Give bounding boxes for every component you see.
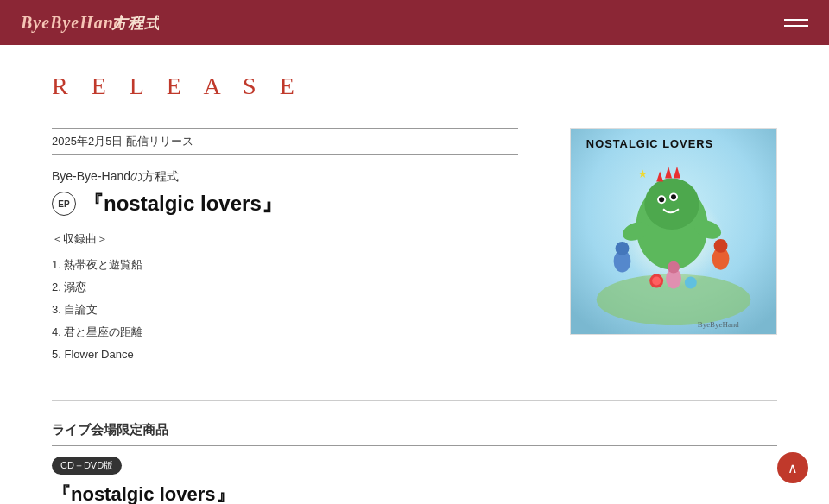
list-item: 2. 溺恋 [52,276,518,299]
scroll-top-button[interactable]: ∧ [777,452,808,483]
svg-text:ByeByeHand: ByeByeHand [698,320,740,329]
list-item: 4. 君と星座の距離 [52,321,518,343]
svg-text:方程式: 方程式 [111,14,159,32]
main-content: R E L E A S E 2025年2月5日 配信リリース Bye-Bye-H… [0,45,829,504]
release-title-row: EP 『nostalgic lovers』 [52,190,518,217]
list-item: 3. 自論文 [52,299,518,321]
hamburger-button[interactable] [784,19,808,27]
live-title: 『nostalgic lovers』 [52,482,777,504]
tracklist: 1. 熱帯夜と遊覧船 2. 溺恋 3. 自論文 4. 君と星座の距離 5. Fl… [52,254,518,366]
svg-point-21 [668,261,680,274]
svg-point-17 [616,242,630,255]
release-date-bar: 2025年2月5日 配信リリース [52,128,518,155]
album-art-container: NOSTALGIC LOVERS ByeByeHand [570,128,777,335]
album-art: NOSTALGIC LOVERS ByeByeHand [570,128,777,335]
release-artist: Bye-Bye-Handの方程式 [52,169,518,185]
page-title: R E L E A S E [52,72,777,100]
section-divider [52,400,777,401]
list-item: 5. Flower Dance [52,343,518,366]
live-section: ライブ会場限定商品 CD＋DVD版 『nostalgic lovers』 202… [52,422,777,504]
ep-badge: EP [52,192,76,216]
svg-text:NOSTALGIC LOVERS: NOSTALGIC LOVERS [586,137,713,150]
live-section-title: ライブ会場限定商品 [52,422,777,446]
tracklist-heading: ＜収録曲＞ [52,231,518,247]
logo-text: ByeByeHand 方程式 [21,6,159,39]
svg-point-8 [659,197,664,202]
cd-dvd-badge: CD＋DVD版 [52,457,122,475]
site-header: ByeByeHand 方程式 [0,0,829,45]
album-art-svg: NOSTALGIC LOVERS ByeByeHand [571,128,776,335]
logo: ByeByeHand 方程式 [21,6,159,39]
digital-release-section: 2025年2月5日 配信リリース Bye-Bye-Handの方程式 EP 『no… [52,128,777,366]
svg-point-10 [671,194,676,199]
svg-point-24 [685,277,697,289]
chevron-up-icon: ∧ [788,460,798,476]
svg-point-23 [652,277,661,286]
release-title: 『nostalgic lovers』 [83,190,282,217]
svg-text:ByeByeHand: ByeByeHand [21,13,123,33]
svg-point-19 [714,239,728,253]
logo-svg: ByeByeHand 方程式 [21,6,159,35]
svg-point-6 [644,179,699,230]
list-item: 1. 熱帯夜と遊覧船 [52,254,518,276]
release-info: 2025年2月5日 配信リリース Bye-Bye-Handの方程式 EP 『no… [52,128,518,366]
